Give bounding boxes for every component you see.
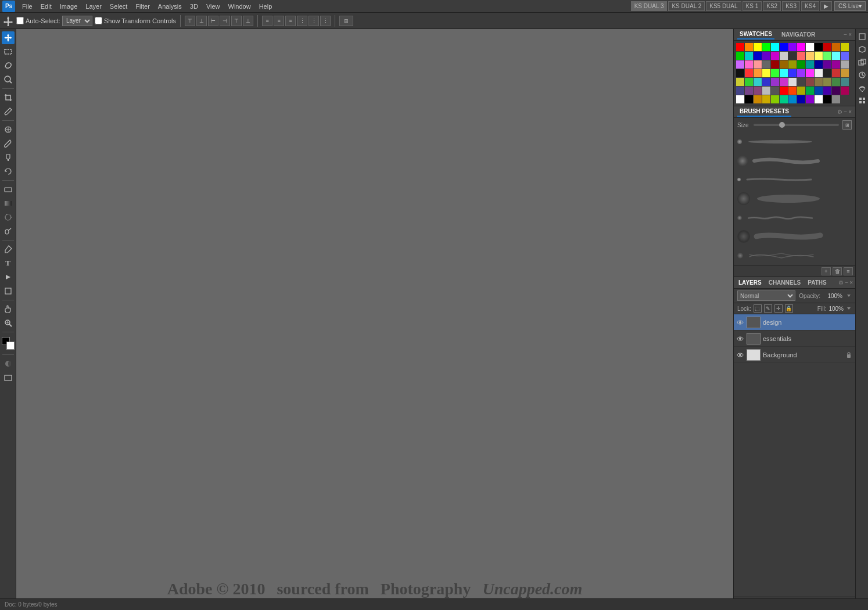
distrib-top-btn[interactable]: ≡ [262, 16, 272, 26]
swatch-item[interactable] [806, 78, 814, 86]
brush-size-thumb[interactable] [779, 122, 785, 128]
strip-icon-5[interactable] [857, 82, 867, 93]
lock-all-btn[interactable]: 🔒 [785, 304, 793, 313]
swatch-item[interactable] [806, 95, 814, 103]
move-tool-icon[interactable] [2, 15, 14, 27]
layers-minimize-btn[interactable]: − [845, 279, 848, 286]
menu-window[interactable]: Window [225, 2, 254, 11]
swatch-item[interactable] [762, 43, 770, 51]
swatch-item[interactable] [815, 52, 823, 60]
align-bottom-btn[interactable]: ⊢ [208, 16, 218, 26]
swatch-item[interactable] [806, 52, 814, 60]
swatch-item[interactable] [797, 60, 805, 69]
swatch-item[interactable] [736, 78, 744, 86]
swatch-item[interactable] [806, 69, 814, 77]
swatch-item[interactable] [797, 78, 805, 86]
swatch-item[interactable] [841, 69, 849, 77]
text-tool[interactable]: T [2, 257, 15, 270]
paths-tab[interactable]: PATHS [805, 278, 828, 287]
swatch-item[interactable] [815, 43, 823, 51]
quick-select-tool[interactable] [2, 73, 15, 86]
brush-delete-btn[interactable]: 🗑 [833, 267, 842, 275]
path-selection-tool[interactable] [2, 271, 15, 284]
swatch-item[interactable] [762, 69, 770, 77]
swatch-item[interactable] [762, 95, 770, 103]
swatches-close-btn[interactable]: × [848, 31, 852, 38]
swatch-item[interactable] [736, 60, 744, 69]
swatches-tab[interactable]: SWATCHES [737, 30, 774, 40]
ks-dual2-btn[interactable]: KS DUAL 2 [668, 1, 705, 11]
lasso-tool[interactable] [2, 59, 15, 72]
brush-list-view-btn[interactable]: ≡ [844, 267, 853, 275]
menu-3d[interactable]: 3D [186, 2, 202, 11]
swatch-item[interactable] [780, 52, 788, 60]
swatch-item[interactable] [797, 95, 805, 103]
swatch-item[interactable] [771, 43, 779, 51]
opacity-value[interactable]: 100% [824, 293, 842, 299]
swatch-item[interactable] [736, 87, 744, 95]
swatch-item[interactable] [771, 60, 779, 69]
strip-icon-1[interactable] [857, 31, 867, 42]
swatch-item[interactable] [832, 69, 840, 77]
swatch-item[interactable] [832, 87, 840, 95]
swatch-item[interactable] [745, 60, 753, 69]
swatch-item[interactable] [780, 87, 788, 95]
swatch-item[interactable] [832, 43, 840, 51]
swatch-item[interactable] [832, 78, 840, 86]
swatch-item[interactable] [754, 60, 762, 69]
swatch-item[interactable] [780, 43, 788, 51]
swatch-item[interactable] [771, 87, 779, 95]
distrib-vc-btn[interactable]: ≡ [274, 16, 284, 26]
swatch-item[interactable] [815, 87, 823, 95]
layer-eye-background[interactable] [736, 351, 744, 359]
brush-create-btn[interactable]: + [822, 267, 831, 275]
swatch-item[interactable] [823, 95, 831, 103]
blend-mode-select[interactable]: Normal [737, 290, 795, 301]
swatch-item[interactable] [754, 95, 762, 103]
swatch-item[interactable] [841, 43, 849, 51]
menu-select[interactable]: Select [106, 2, 131, 11]
swatch-item[interactable] [823, 52, 831, 60]
cs-live-btn[interactable]: CS Live▾ [834, 1, 866, 11]
lock-transparent-btn[interactable]: ⬚ [754, 304, 762, 313]
align-hcenter-btn[interactable]: ⊤ [231, 16, 242, 26]
swatch-item[interactable] [832, 95, 840, 103]
lock-image-btn[interactable]: ✎ [764, 304, 772, 313]
swatch-item[interactable] [806, 43, 814, 51]
menu-view[interactable]: View [203, 2, 224, 11]
swatch-item[interactable] [736, 95, 744, 103]
swatch-item[interactable] [736, 69, 744, 77]
swatch-item[interactable] [788, 87, 797, 95]
swatch-item[interactable] [832, 52, 840, 60]
swatch-item[interactable] [762, 52, 770, 60]
auto-align-btn[interactable]: ⊞ [339, 16, 353, 26]
navigator-tab[interactable]: NAVIGATOR [779, 30, 817, 39]
menu-analysis[interactable]: Analysis [155, 2, 185, 11]
menu-layer[interactable]: Layer [82, 2, 105, 11]
align-top-btn[interactable]: ⊤ [185, 16, 195, 26]
brush-item-4[interactable] [736, 190, 853, 208]
swatch-item[interactable] [823, 87, 831, 95]
brush-item-6[interactable] [736, 228, 853, 246]
swatch-item[interactable] [797, 43, 805, 51]
align-vcenter-btn[interactable]: ⊥ [196, 16, 207, 26]
swatch-item[interactable] [745, 69, 753, 77]
swatch-item[interactable] [754, 87, 762, 95]
swatch-item[interactable] [771, 78, 779, 86]
swatch-item[interactable] [745, 95, 753, 103]
brush-item-2[interactable] [736, 152, 853, 170]
layer-eye-essentials[interactable] [736, 335, 744, 343]
fill-value[interactable]: 100% [828, 306, 844, 312]
brush-item-3[interactable] [736, 171, 853, 189]
distrib-right-btn[interactable]: ⋮ [320, 16, 331, 26]
quick-mask-btn[interactable] [2, 357, 15, 370]
layer-eye-design[interactable] [736, 318, 744, 326]
layer-row-design[interactable]: design [734, 314, 855, 331]
swatch-item[interactable] [841, 52, 849, 60]
ks-dual3-btn[interactable]: KS DUAL 3 [631, 1, 668, 11]
layer-row-essentials[interactable]: essentials [734, 331, 855, 347]
move-tool[interactable] [2, 31, 15, 44]
swatch-item[interactable] [745, 87, 753, 95]
swatch-item[interactable] [780, 95, 788, 103]
swatch-item[interactable] [788, 60, 797, 69]
